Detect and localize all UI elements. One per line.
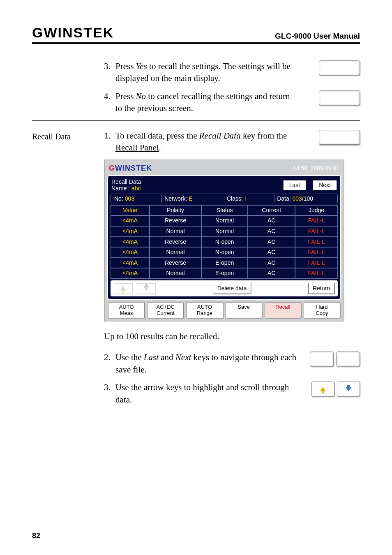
- recall-button[interactable]: Recall: [265, 302, 301, 318]
- delete-data-button[interactable]: Delete data: [213, 283, 251, 294]
- section-label: Recall Data: [32, 130, 104, 154]
- scroll-up-button[interactable]: [114, 283, 133, 294]
- step-text: Use the Last and Next keys to navigate t…: [115, 352, 297, 376]
- arrow-down-button[interactable]: [337, 382, 360, 396]
- step-number: 1.: [104, 130, 115, 154]
- data-table: Value Polaity Status Current Judge <4mAR…: [111, 205, 338, 279]
- step-text: To recall data, press the Recall Data ke…: [115, 130, 297, 154]
- step-number: 3.: [104, 60, 115, 85]
- recall-data-button[interactable]: [319, 130, 360, 145]
- step-number: 2.: [104, 352, 115, 376]
- yes-button[interactable]: [319, 60, 360, 75]
- arrow-up-icon: [320, 387, 326, 391]
- return-button[interactable]: Return: [308, 283, 334, 294]
- device-screenshot: GWINSTEK 14:58 2009.09.01 Recall Data Na…: [104, 160, 344, 321]
- last-key-button[interactable]: [310, 352, 334, 366]
- step-number: 4.: [104, 90, 115, 115]
- acdc-current-button[interactable]: AC+DC Current: [147, 302, 184, 318]
- page-number: 82: [32, 532, 40, 540]
- step-text: Use the arrow keys to highlight and scro…: [115, 382, 297, 406]
- step-text: Press No to cancel recalling the setting…: [115, 90, 297, 115]
- no-button[interactable]: [319, 90, 360, 105]
- next-key-button[interactable]: [336, 352, 360, 366]
- device-brand: GWINSTEK: [109, 163, 152, 173]
- next-button[interactable]: Next: [313, 180, 337, 191]
- step-number: 3.: [104, 382, 115, 406]
- recall-title: Recall Data Name : abc: [111, 178, 141, 192]
- info-row: No: 003 Network: E Class: I Data: 003/10…: [111, 194, 338, 204]
- brand-logo: GWINSTEK: [32, 25, 114, 41]
- manual-title: GLC-9000 User Manual: [275, 32, 360, 41]
- section-divider: [32, 120, 360, 121]
- auto-range-button[interactable]: AUTO Range: [186, 302, 223, 318]
- auto-meas-button[interactable]: AUTO Meas: [108, 302, 145, 318]
- arrow-up-button[interactable]: [311, 382, 334, 396]
- arrow-down-icon: [346, 387, 351, 391]
- save-button[interactable]: Save: [226, 302, 262, 318]
- page-header: GWINSTEK GLC-9000 User Manual: [32, 25, 360, 44]
- last-button[interactable]: Last: [283, 180, 306, 191]
- step-text: Press Yes to recall the settings. The se…: [115, 60, 297, 85]
- device-datetime: 14:58 2009.09.01: [293, 164, 339, 173]
- note-text: Up to 100 results can be recalled.: [104, 331, 360, 342]
- scroll-down-button[interactable]: [137, 283, 156, 294]
- hard-copy-button[interactable]: Hard Copy: [304, 302, 340, 318]
